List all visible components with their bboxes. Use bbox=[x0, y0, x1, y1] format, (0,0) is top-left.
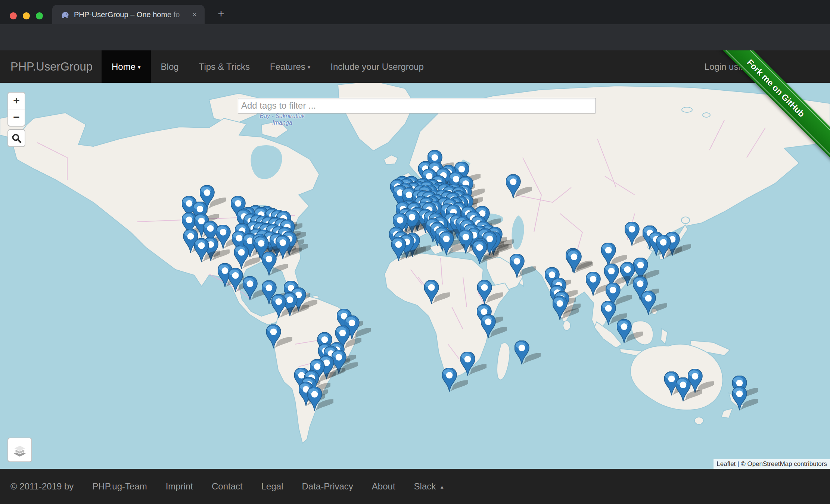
site-footer: © 2011-2019 by PHP.ug-TeamImprintContact… bbox=[0, 469, 830, 504]
map-marker[interactable] bbox=[641, 291, 667, 315]
map-marker[interactable] bbox=[510, 254, 536, 279]
nav-item-home[interactable]: Home▾ bbox=[102, 50, 151, 83]
browser-titlebar: PHP-UserGroup – One home fo × + bbox=[0, 0, 830, 24]
nav-menu: Home▾BlogTips & TricksFeatures▾Include y… bbox=[102, 50, 434, 83]
tag-filter-input[interactable] bbox=[238, 98, 596, 113]
map-marker[interactable] bbox=[732, 386, 758, 411]
browser-window: { "colors": { "marker_blue": "#2e7cbf", … bbox=[0, 0, 830, 504]
footer-link-legal[interactable]: Legal bbox=[261, 481, 283, 492]
map-marker[interactable] bbox=[477, 280, 503, 305]
chevron-down-icon: ▾ bbox=[138, 64, 141, 70]
browser-toolbar: https://php.ug bbox=[0, 24, 830, 50]
map-marker[interactable] bbox=[424, 280, 450, 305]
footer-link-imprint[interactable]: Imprint bbox=[166, 481, 193, 492]
tab-close-button[interactable]: × bbox=[190, 10, 199, 19]
world-basemap bbox=[0, 83, 830, 469]
footer-link-php-ug-team[interactable]: PHP.ug-Team bbox=[92, 481, 147, 492]
map-marker[interactable] bbox=[676, 377, 702, 402]
map-marker[interactable] bbox=[481, 314, 507, 339]
nav-item-include-your-usergroup[interactable]: Include your Usergroup bbox=[320, 50, 433, 83]
map-marker[interactable] bbox=[194, 238, 220, 263]
site-navbar: PHP.UserGroup Home▾BlogTips & TricksFeat… bbox=[0, 50, 830, 83]
nav-item-features[interactable]: Features▾ bbox=[260, 50, 320, 83]
layers-icon bbox=[12, 442, 27, 457]
footer-link-slack[interactable]: Slack ▴ bbox=[414, 481, 444, 492]
nav-item-blog[interactable]: Blog bbox=[151, 50, 189, 83]
map-marker[interactable] bbox=[262, 252, 288, 276]
map-marker[interactable] bbox=[439, 231, 465, 256]
site-brand[interactable]: PHP.UserGroup bbox=[10, 50, 93, 83]
zoom-out-button[interactable]: − bbox=[8, 109, 25, 126]
map-marker[interactable] bbox=[307, 387, 333, 411]
window-minimize-button[interactable] bbox=[23, 12, 30, 19]
window-close-button[interactable] bbox=[10, 12, 17, 19]
php-elephant-favicon bbox=[60, 10, 70, 21]
window-zoom-button[interactable] bbox=[36, 12, 43, 19]
chevron-down-icon: ▾ bbox=[308, 64, 311, 70]
map-attribution[interactable]: Leaflet | © OpenStreetMap contributors bbox=[714, 459, 830, 469]
leaflet-map[interactable]: BaffinBay - SaknirutiakImanga + − Leafle… bbox=[0, 83, 830, 469]
map-marker[interactable] bbox=[515, 340, 541, 365]
footer-link-about[interactable]: About bbox=[372, 481, 395, 492]
chevron-up-icon: ▴ bbox=[441, 483, 444, 490]
map-marker[interactable] bbox=[656, 235, 682, 259]
map-marker[interactable] bbox=[391, 237, 417, 262]
map-marker[interactable] bbox=[553, 296, 579, 321]
zoom-in-button[interactable]: + bbox=[8, 93, 25, 109]
map-marker[interactable] bbox=[271, 294, 298, 319]
map-marker[interactable] bbox=[506, 174, 532, 199]
zoom-control: + − bbox=[7, 92, 25, 127]
map-search-button[interactable] bbox=[7, 129, 25, 147]
map-marker[interactable] bbox=[472, 240, 498, 265]
search-icon bbox=[11, 133, 22, 144]
footer-link-data-privacy[interactable]: Data-Privacy bbox=[302, 481, 353, 492]
browser-tab[interactable]: PHP-UserGroup – One home fo × bbox=[52, 5, 205, 24]
map-marker[interactable] bbox=[442, 368, 468, 392]
map-marker[interactable] bbox=[266, 324, 292, 349]
copyright-text: © 2011-2019 by bbox=[10, 481, 74, 492]
layers-control[interactable] bbox=[7, 438, 32, 462]
footer-link-contact[interactable]: Contact bbox=[212, 481, 243, 492]
nav-item-tips-tricks[interactable]: Tips & Tricks bbox=[189, 50, 260, 83]
map-marker[interactable] bbox=[617, 319, 643, 344]
new-tab-button[interactable]: + bbox=[214, 7, 229, 22]
